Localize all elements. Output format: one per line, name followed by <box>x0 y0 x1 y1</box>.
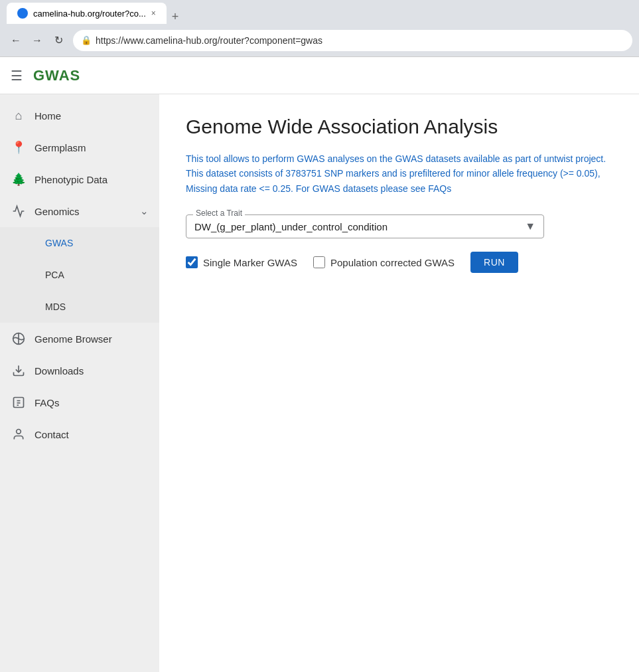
app-layout: ⌂ Home 📍 Germplasm 🌲 Phenotypic Data Gen… <box>0 94 639 672</box>
address-bar[interactable]: 🔒 https://www.camelina-hub.org/router?co… <box>73 30 632 51</box>
app-bar: ☰ GWAS <box>0 57 639 94</box>
sidebar-item-contact[interactable]: Contact <box>0 418 159 450</box>
tab-favicon <box>17 8 28 19</box>
mds-icon <box>21 299 37 315</box>
single-marker-gwas-label: Single Marker GWAS <box>203 257 297 268</box>
sidebar-item-downloads[interactable]: Downloads <box>0 355 159 386</box>
run-button[interactable]: RUN <box>470 252 518 273</box>
description-text: This tool allows to perform GWAS analyse… <box>186 151 612 196</box>
svg-point-7 <box>17 430 21 434</box>
forward-button[interactable]: → <box>28 31 46 50</box>
sidebar-item-label-genome-browser: Genome Browser <box>35 333 112 345</box>
new-tab-button[interactable]: + <box>167 10 184 24</box>
security-icon: 🔒 <box>81 35 92 45</box>
tab-close-button[interactable]: × <box>151 9 156 18</box>
sidebar-item-home[interactable]: ⌂ Home <box>0 100 159 131</box>
select-value: DW_(g_per_plant)_under_control_condition <box>194 221 388 232</box>
single-marker-gwas-checkbox[interactable] <box>186 256 198 268</box>
home-icon: ⌂ <box>11 108 27 124</box>
sidebar-item-label-downloads: Downloads <box>35 365 84 377</box>
sidebar-item-mds[interactable]: MDS <box>0 291 159 323</box>
sidebar-item-phenotypic-data[interactable]: 🌲 Phenotypic Data <box>0 163 159 195</box>
downloads-icon <box>11 363 27 378</box>
sidebar-item-label-contact: Contact <box>35 429 69 440</box>
select-row: DW_(g_per_plant)_under_control_condition… <box>194 220 535 232</box>
genomics-expand-icon: ⌄ <box>140 205 149 217</box>
nav-controls: ← → ↻ <box>7 31 68 50</box>
genomics-submenu: GWAS PCA MDS <box>0 227 159 323</box>
page-title: Genome Wide Association Analysis <box>186 116 612 138</box>
sidebar-item-germplasm[interactable]: 📍 Germplasm <box>0 131 159 163</box>
population-corrected-gwas-label: Population corrected GWAS <box>330 257 455 268</box>
sidebar: ⌂ Home 📍 Germplasm 🌲 Phenotypic Data Gen… <box>0 94 159 672</box>
germplasm-icon: 📍 <box>11 139 27 155</box>
main-content: Genome Wide Association Analysis This to… <box>159 94 639 672</box>
reload-button[interactable]: ↻ <box>49 31 68 50</box>
sidebar-item-pca[interactable]: PCA <box>0 259 159 291</box>
sidebar-item-label-pca: PCA <box>45 270 64 280</box>
faqs-icon <box>11 394 27 410</box>
sidebar-item-label-faqs: FAQs <box>35 397 60 408</box>
sidebar-item-label-germplasm: Germplasm <box>35 142 86 153</box>
hamburger-menu-icon[interactable]: ☰ <box>11 68 23 84</box>
single-marker-gwas-checkbox-item[interactable]: Single Marker GWAS <box>186 256 297 268</box>
sidebar-item-label-home: Home <box>35 110 61 122</box>
pca-icon <box>21 267 37 283</box>
genomics-icon <box>11 203 27 219</box>
tab-title: camelina-hub.org/router?co... <box>33 9 146 19</box>
select-label: Select a Trait <box>193 209 245 218</box>
back-button[interactable]: ← <box>7 31 25 50</box>
sidebar-item-label-phenotypic-data: Phenotypic Data <box>35 174 107 185</box>
sidebar-item-label-mds: MDS <box>45 301 66 312</box>
address-text: https://www.camelina-hub.org/router?comp… <box>96 35 322 46</box>
phenotypic-data-icon: 🌲 <box>11 171 27 187</box>
active-tab[interactable]: camelina-hub.org/router?co... × <box>7 3 167 24</box>
sidebar-item-genomics[interactable]: Genomics ⌄ <box>0 195 159 227</box>
chevron-down-icon: ▼ <box>525 220 535 232</box>
gwas-form: Select a Trait DW_(g_per_plant)_under_co… <box>186 214 612 273</box>
sidebar-item-gwas[interactable]: GWAS <box>0 227 159 259</box>
sidebar-item-genome-browser[interactable]: Genome Browser <box>0 323 159 355</box>
gwas-icon <box>21 235 37 251</box>
sidebar-item-label-genomics: Genomics <box>35 206 80 217</box>
contact-icon <box>11 426 27 442</box>
browser-toolbar: ← → ↻ 🔒 https://www.camelina-hub.org/rou… <box>0 24 639 57</box>
trait-select-container[interactable]: Select a Trait DW_(g_per_plant)_under_co… <box>186 214 544 238</box>
tab-bar: camelina-hub.org/router?co... × + <box>0 0 639 24</box>
genome-browser-icon <box>11 331 27 347</box>
sidebar-item-label-gwas: GWAS <box>45 238 73 248</box>
population-corrected-gwas-checkbox-item[interactable]: Population corrected GWAS <box>313 256 455 268</box>
checkboxes-row: Single Marker GWAS Population corrected … <box>186 252 612 273</box>
sidebar-item-faqs[interactable]: FAQs <box>0 386 159 418</box>
app-title: GWAS <box>33 67 80 84</box>
population-corrected-gwas-checkbox[interactable] <box>313 256 325 268</box>
